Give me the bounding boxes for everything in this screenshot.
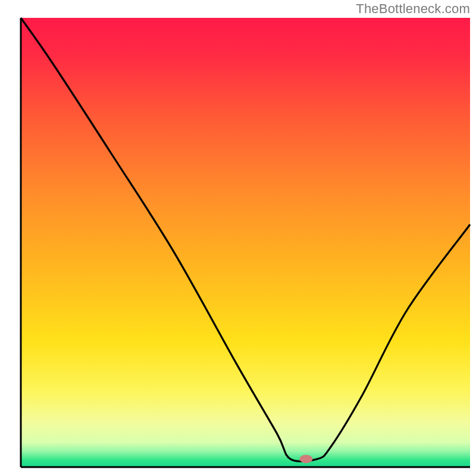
optimal-marker xyxy=(299,455,312,463)
chart-stage: TheBottleneck.com xyxy=(0,0,476,476)
gradient-background xyxy=(21,18,470,467)
chart-svg xyxy=(0,0,476,476)
